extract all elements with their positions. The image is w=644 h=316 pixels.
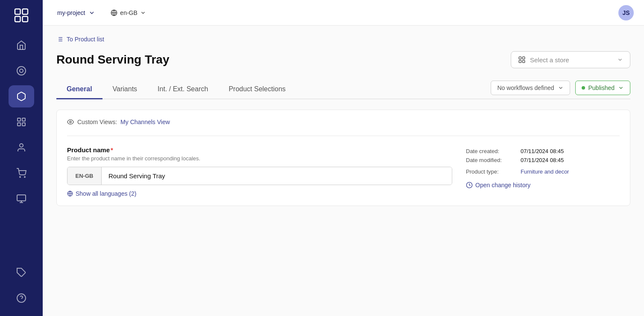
date-created-label: Date created: (466, 148, 517, 154)
sidebar (0, 0, 43, 316)
product-name-label: Product name* (67, 146, 452, 154)
locale-badge: EN-GB (67, 167, 102, 185)
main-area: my-project en-GB JS (43, 0, 644, 316)
svg-rect-3 (23, 17, 28, 22)
published-chevron-icon (618, 85, 624, 91)
tab-product-selections[interactable]: Product Selections (218, 80, 296, 99)
tabs: General Variants Int. / Ext. Search Prod… (56, 80, 296, 99)
show-all-languages[interactable]: Show all languages (2) (67, 190, 452, 197)
back-to-product-list[interactable]: To Product list (56, 36, 630, 43)
svg-rect-1 (23, 9, 28, 14)
locale-input-row: EN-GB (67, 167, 452, 185)
svg-rect-8 (18, 123, 20, 126)
section-divider (67, 136, 620, 136)
change-history-label: Open change history (475, 182, 530, 188)
date-created-row: Date created: 07/11/2024 08:45 (466, 148, 620, 154)
custom-views-prefix: Custom Views: (77, 119, 117, 125)
workflow-button[interactable]: No workflows defined (491, 81, 570, 95)
list-icon (56, 36, 63, 43)
sidebar-item-catalog[interactable] (9, 60, 34, 82)
svg-rect-6 (18, 118, 20, 121)
date-created-value: 07/11/2024 08:45 (521, 148, 564, 154)
globe-icon (111, 9, 117, 16)
product-name-section: Product name* Enter the product name in … (67, 146, 452, 197)
product-type-label: Product type: (466, 168, 517, 175)
workflow-chevron-icon (558, 85, 564, 91)
user-avatar[interactable]: JS (618, 5, 634, 20)
product-name-input[interactable] (102, 167, 452, 185)
date-modified-label: Date modified: (466, 157, 517, 163)
sidebar-item-products[interactable] (9, 85, 34, 107)
page-content: To Product list Round Serving Tray Selec… (43, 26, 644, 316)
topbar: my-project en-GB JS (43, 0, 644, 26)
store-icon (518, 56, 526, 64)
sidebar-item-media[interactable] (9, 188, 34, 210)
tabs-row: General Variants Int. / Ext. Search Prod… (56, 80, 630, 99)
history-icon (466, 182, 473, 188)
change-history-link[interactable]: Open change history (466, 182, 620, 188)
svg-rect-9 (22, 123, 25, 126)
svg-rect-28 (523, 61, 525, 63)
language-label: en-GB (120, 9, 137, 16)
product-name-hint: Enter the product name in their correspo… (67, 155, 452, 162)
svg-point-4 (17, 67, 26, 75)
eye-icon (67, 119, 74, 125)
language-selector[interactable]: en-GB (106, 7, 150, 19)
svg-rect-27 (519, 61, 521, 63)
project-chevron-icon (88, 9, 95, 16)
project-name: my-project (57, 9, 85, 16)
project-selector[interactable]: my-project (53, 7, 100, 19)
store-placeholder: Select a store (530, 56, 613, 64)
lang-chevron-icon (140, 10, 146, 16)
published-label: Published (588, 84, 615, 91)
custom-views-card: Custom Views: My Channels View Product n… (56, 110, 630, 206)
store-chevron-icon (617, 57, 623, 63)
svg-rect-26 (523, 57, 525, 59)
sidebar-item-help[interactable] (9, 287, 34, 309)
page-title: Round Serving Tray (56, 53, 170, 67)
svg-rect-13 (17, 195, 26, 201)
sidebar-item-users[interactable] (9, 136, 34, 159)
required-star: * (111, 146, 113, 154)
tab-int-ext-search[interactable]: Int. / Ext. Search (147, 80, 218, 99)
sidebar-item-categories[interactable] (9, 111, 34, 133)
svg-point-12 (24, 177, 25, 177)
custom-views-link[interactable]: My Channels View (120, 119, 170, 125)
product-type-value[interactable]: Furniture and decor (521, 168, 569, 175)
store-selector[interactable]: Select a store (511, 51, 630, 68)
workflow-label: No workflows defined (497, 84, 554, 91)
date-modified-row: Date modified: 07/11/2024 08:45 (466, 157, 620, 163)
page-header: Round Serving Tray Select a store (56, 51, 630, 68)
svg-point-5 (20, 69, 23, 72)
product-type-row: Product type: Furniture and decor (466, 168, 620, 175)
back-link-label: To Product list (67, 36, 104, 43)
custom-views-row: Custom Views: My Channels View (67, 119, 620, 125)
globe-small-icon (67, 191, 73, 197)
sidebar-item-tags[interactable] (9, 261, 34, 284)
svg-point-11 (20, 177, 20, 177)
main-content-grid: Product name* Enter the product name in … (67, 146, 620, 197)
show-all-languages-label: Show all languages (2) (76, 190, 136, 197)
tab-variants[interactable]: Variants (102, 80, 148, 99)
svg-rect-7 (22, 118, 25, 121)
sidebar-item-orders[interactable] (9, 162, 34, 184)
info-panel: Date created: 07/11/2024 08:45 Date modi… (466, 146, 620, 188)
app-logo[interactable] (13, 7, 30, 24)
svg-rect-25 (519, 57, 521, 59)
tab-general[interactable]: General (56, 80, 102, 99)
svg-point-29 (70, 121, 71, 123)
date-modified-value: 07/11/2024 08:45 (521, 157, 564, 163)
svg-rect-2 (15, 17, 20, 22)
sidebar-item-home[interactable] (9, 34, 34, 56)
svg-rect-0 (15, 9, 20, 14)
tabs-actions: No workflows defined Published (491, 81, 630, 99)
published-dot (582, 86, 585, 90)
published-button[interactable]: Published (575, 81, 631, 95)
svg-point-10 (20, 144, 23, 147)
